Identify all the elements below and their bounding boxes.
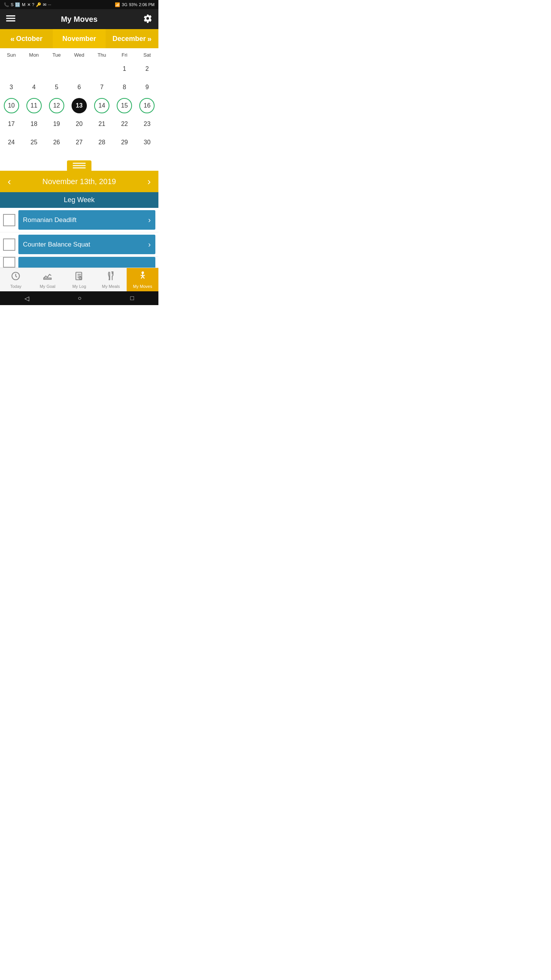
cal-day[interactable]: 4 bbox=[32, 78, 36, 96]
cal-day[interactable]: 9 bbox=[145, 78, 149, 96]
cal-day[interactable]: 20 bbox=[76, 115, 83, 133]
exercise-btn-2[interactable]: Counter Balance Squat › bbox=[18, 235, 155, 254]
exercise-row-1: Romanian Deadlift › bbox=[0, 208, 158, 232]
cal-day[interactable]: 21 bbox=[98, 115, 105, 133]
nav-mymoves[interactable]: My Moves bbox=[127, 268, 158, 291]
cal-day-circled[interactable]: 11 bbox=[26, 98, 42, 113]
cal-day[interactable]: 24 bbox=[8, 134, 15, 151]
current-month-btn[interactable]: November bbox=[53, 29, 106, 48]
mymoves-icon bbox=[138, 271, 148, 283]
cal-day-wrapper: 20 bbox=[68, 115, 90, 133]
cal-day-circled[interactable]: 15 bbox=[117, 98, 132, 113]
dow-wed: Wed bbox=[68, 52, 90, 58]
phone-icon: 📞 bbox=[4, 2, 9, 7]
exercise-checkbox-1[interactable] bbox=[3, 214, 15, 226]
cal-day[interactable]: 23 bbox=[144, 115, 151, 133]
home-btn[interactable]: ○ bbox=[78, 295, 82, 302]
cal-day[interactable]: 25 bbox=[31, 134, 37, 151]
cal-day-wrapper: 10 bbox=[0, 97, 23, 114]
current-month-label: November bbox=[62, 35, 96, 43]
recents-btn[interactable]: □ bbox=[130, 295, 134, 302]
dow-tue: Tue bbox=[45, 52, 68, 58]
exercise-row-2: Counter Balance Squat › bbox=[0, 232, 158, 257]
cal-day[interactable]: 30 bbox=[144, 134, 151, 151]
hamburger-icon[interactable] bbox=[6, 14, 15, 24]
cal-day-wrapper bbox=[91, 60, 113, 78]
cal-day[interactable]: 5 bbox=[55, 78, 58, 96]
cal-day[interactable]: 18 bbox=[31, 115, 37, 133]
mygoal-label: My Goal bbox=[40, 284, 55, 289]
cal-day[interactable]: 8 bbox=[123, 78, 126, 96]
drag-handle-area[interactable] bbox=[0, 157, 158, 171]
cal-day-wrapper: 25 bbox=[23, 134, 45, 151]
calc-icon: 🔢 bbox=[15, 2, 20, 7]
status-bar: 📞 S 🔢 M ✕ ? 🔑 ✉ ··· 📶 3G 93% 2:06 PM bbox=[0, 0, 158, 9]
cal-day-wrapper: 8 bbox=[113, 78, 136, 96]
nav-today[interactable]: Today bbox=[0, 268, 32, 291]
cal-day-wrapper: 26 bbox=[45, 134, 68, 151]
cal-day-wrapper: 19 bbox=[45, 115, 68, 133]
cal-day[interactable]: 2 bbox=[145, 60, 149, 78]
dots-icon: ··· bbox=[48, 2, 51, 7]
cal-day-selected[interactable]: 13 bbox=[72, 98, 87, 113]
cal-day-wrapper: 17 bbox=[0, 115, 23, 133]
cal-day[interactable]: 7 bbox=[100, 78, 104, 96]
cal-day-wrapper: 5 bbox=[45, 78, 68, 96]
cal-day[interactable]: 26 bbox=[53, 134, 60, 151]
cal-day[interactable]: 28 bbox=[98, 134, 105, 151]
next-date-btn[interactable]: › bbox=[147, 176, 151, 188]
exercise-checkbox-2[interactable] bbox=[3, 238, 15, 251]
cal-day-wrapper: 13 bbox=[68, 97, 90, 114]
mymeals-icon bbox=[106, 271, 116, 283]
cal-day[interactable]: 1 bbox=[123, 60, 126, 78]
settings-icon[interactable] bbox=[143, 14, 152, 24]
cal-day-wrapper: 22 bbox=[113, 115, 136, 133]
prev-month-btn[interactable]: « October bbox=[0, 29, 53, 48]
dow-fri: Fri bbox=[113, 52, 136, 58]
exercise-name-1: Romanian Deadlift bbox=[23, 216, 77, 224]
key-icon: 🔑 bbox=[36, 2, 41, 7]
workout-tag: Leg Week bbox=[0, 192, 158, 208]
cal-day[interactable]: 29 bbox=[121, 134, 128, 151]
svg-point-14 bbox=[142, 272, 143, 273]
cal-day-circled[interactable]: 10 bbox=[4, 98, 19, 113]
nav-mymeals[interactable]: My Meals bbox=[95, 268, 127, 291]
cal-day-circled[interactable]: 12 bbox=[49, 98, 64, 113]
prev-date-btn[interactable]: ‹ bbox=[8, 176, 11, 188]
top-nav: My Moves bbox=[0, 9, 158, 29]
cal-day[interactable]: 19 bbox=[53, 115, 60, 133]
cal-day-wrapper: 21 bbox=[91, 115, 113, 133]
svg-rect-1 bbox=[6, 18, 15, 19]
cal-day-wrapper bbox=[68, 60, 90, 78]
back-btn[interactable]: ◁ bbox=[24, 295, 29, 302]
calendar-grid: 1234567891011121314151617181920212223242… bbox=[0, 60, 158, 151]
mygoal-icon bbox=[42, 271, 52, 283]
cal-day[interactable]: 17 bbox=[8, 115, 15, 133]
cal-day-wrapper: 29 bbox=[113, 134, 136, 151]
today-icon bbox=[11, 271, 21, 283]
cal-day[interactable]: 3 bbox=[10, 78, 13, 96]
exercise-btn-partial[interactable] bbox=[18, 257, 155, 268]
exercise-chevron-1: › bbox=[148, 216, 151, 224]
cal-day-wrapper: 6 bbox=[68, 78, 90, 96]
nav-mygoal[interactable]: My Goal bbox=[32, 268, 64, 291]
cal-day[interactable]: 6 bbox=[78, 78, 81, 96]
exercise-row-partial bbox=[0, 257, 158, 268]
cal-day-wrapper: 7 bbox=[91, 78, 113, 96]
cal-day[interactable]: 27 bbox=[76, 134, 83, 151]
dow-sat: Sat bbox=[136, 52, 158, 58]
svg-rect-0 bbox=[6, 15, 15, 16]
exercise-checkbox-partial[interactable] bbox=[3, 257, 15, 268]
cal-day-wrapper: 3 bbox=[0, 78, 23, 96]
next-month-btn[interactable]: December » bbox=[106, 29, 158, 48]
nav-mylog[interactable]: My Log bbox=[64, 268, 95, 291]
android-nav: ◁ ○ □ bbox=[0, 291, 158, 305]
drag-handle[interactable] bbox=[67, 160, 91, 171]
cal-day-wrapper bbox=[23, 60, 45, 78]
cal-day[interactable]: 22 bbox=[121, 115, 128, 133]
drag-line-2 bbox=[73, 165, 86, 166]
cal-day-circled[interactable]: 16 bbox=[139, 98, 155, 113]
exercise-btn-1[interactable]: Romanian Deadlift › bbox=[18, 210, 155, 230]
cal-day-circled[interactable]: 14 bbox=[94, 98, 109, 113]
cal-day-wrapper: 1 bbox=[113, 60, 136, 78]
